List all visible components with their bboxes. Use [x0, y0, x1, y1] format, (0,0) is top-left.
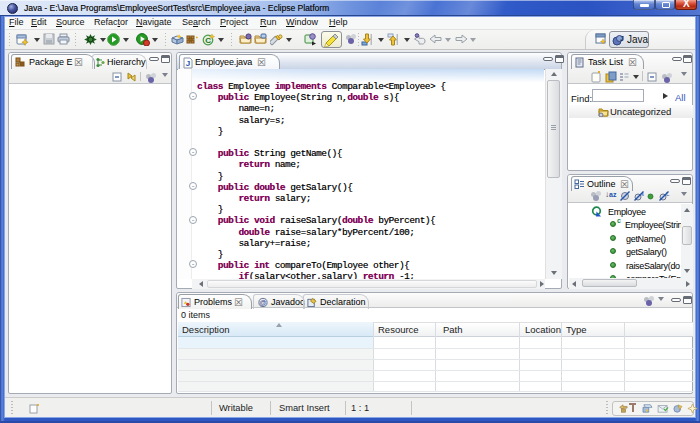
svg-text:C: C — [205, 36, 211, 45]
svg-text:J: J — [186, 59, 190, 68]
svg-text:J: J — [620, 35, 624, 42]
svg-text:@: @ — [260, 299, 267, 306]
